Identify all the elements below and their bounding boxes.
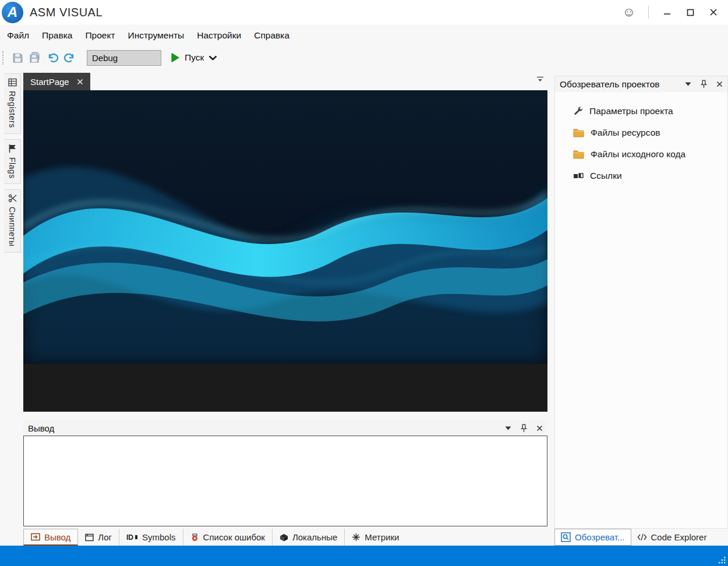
feedback-smiley-icon[interactable]: ☺ [623,6,635,19]
tree-item-label: Файлы ресурсов [591,128,660,138]
output-panel-title: Вывод [28,423,54,433]
status-bar [0,546,728,566]
tree-item-project-parameters[interactable]: Параметры проекта [555,100,727,122]
logo-letter: A [8,4,17,20]
references-icon [573,172,584,180]
title-bar: A ASM VISUAL ☺ [0,0,728,24]
tab-close-icon[interactable] [77,79,83,85]
tab-snippets[interactable]: Сниппеты [4,189,21,253]
bottom-tab-symbols-label: Symbols [142,532,176,542]
output-panel: Вывод [23,420,547,526]
app-logo: A [2,2,23,23]
chevron-down-icon[interactable] [208,55,217,61]
panel-close-icon[interactable] [536,425,543,431]
bottom-tab-output[interactable]: Вывод [23,529,78,546]
tree-item-source-files[interactable]: Файлы исходного кода [555,143,727,165]
tab-list-menu-icon[interactable] [536,76,544,82]
right-tab-strip: Обозреват... Code Explorer [554,529,728,546]
left-tool-rail: Registers Flags Сниппеты [0,73,22,544]
search-explorer-icon [561,532,571,542]
flag-icon [8,144,17,153]
panel-chevron-down-icon[interactable] [685,82,691,86]
project-tree: Параметры проекта Файлы ресурсов Файлы и… [555,92,727,186]
app-title: ASM VISUAL [30,6,103,19]
bottom-tab-symbols[interactable]: ID Symbols [119,529,183,546]
project-explorer-title: Обозреватель проектов [560,79,660,90]
undo-icon[interactable] [44,49,61,66]
run-button[interactable]: Пуск [171,52,217,63]
save-all-icon[interactable] [26,49,44,66]
tab-flags[interactable]: Flags [4,139,21,185]
metrics-icon [352,533,361,542]
tab-registers-label: Registers [8,91,17,128]
bottom-tab-strip: Вывод Лог ID Symbols Список ошибок Локал… [23,529,406,546]
folder-icon [573,128,584,137]
menu-tools[interactable]: Инструменты [122,30,191,41]
menu-help[interactable]: Справка [248,30,296,41]
bottom-tab-metrics-label: Метрики [365,532,399,542]
bottom-tab-log-label: Лог [98,532,112,542]
wrench-icon [573,106,583,116]
configuration-combobox[interactable]: Debug [87,50,161,66]
output-panel-header[interactable]: Вывод [23,420,547,436]
menu-bar: Файл Правка Проект Инструменты Настройки… [0,24,728,46]
menu-settings[interactable]: Настройки [190,30,248,41]
symbols-icon: ID [126,533,138,541]
tree-item-label: Ссылки [590,171,622,181]
panel-pin-icon[interactable] [701,80,707,89]
maximize-icon[interactable] [685,7,695,17]
error-list-icon [190,533,199,542]
editor-start-page[interactable] [23,90,547,412]
tab-registers[interactable]: Registers [4,73,21,134]
editor-tab-bar: StartPage [23,73,547,90]
configuration-value: Debug [92,53,118,63]
start-page-wave-artwork [23,90,547,364]
menu-project[interactable]: Проект [79,30,121,41]
bottom-tab-error-list-label: Список ошибок [203,532,265,542]
tab-snippets-label: Сниппеты [8,207,17,247]
menu-file[interactable]: Файл [0,30,36,41]
log-icon [85,533,94,542]
output-content[interactable] [23,436,547,526]
right-tab-code-explorer[interactable]: Code Explorer [631,529,713,546]
tab-startpage[interactable]: StartPage [23,73,90,90]
bottom-tab-output-label: Вывод [44,532,70,542]
titlebar-separator [648,6,649,19]
bottom-tab-error-list[interactable]: Список ошибок [183,529,273,546]
resize-grip[interactable] [718,556,726,564]
bottom-tab-locals[interactable]: Локальные [273,529,345,546]
right-tab-code-explorer-label: Code Explorer [651,532,707,542]
bottom-tab-log[interactable]: Лог [78,529,119,546]
app-window: A ASM VISUAL ☺ Файл Правка Проект Инстру… [0,0,728,566]
tree-item-label: Параметры проекта [589,106,673,116]
bottom-tab-metrics[interactable]: Метрики [345,529,406,546]
tab-flags-label: Flags [8,157,17,179]
close-icon[interactable] [708,7,719,17]
registers-icon [8,78,17,87]
tree-item-resource-files[interactable]: Файлы ресурсов [555,122,727,143]
folder-icon [573,150,584,159]
project-explorer-header[interactable]: Обозреватель проектов [555,76,727,92]
snippets-icon [8,194,17,203]
panel-chevron-down-icon[interactable] [505,426,511,430]
right-tab-explorer-label: Обозреват... [575,532,625,542]
panel-pin-icon[interactable] [521,424,527,433]
svg-text:ID: ID [126,533,133,541]
toolbar: Debug Пуск [0,46,728,69]
minimize-icon[interactable] [662,7,672,17]
tree-item-references[interactable]: Ссылки [555,165,727,186]
code-explorer-icon [637,533,647,542]
locals-icon [280,533,288,542]
right-tab-explorer[interactable]: Обозреват... [554,529,631,546]
tree-item-label: Файлы исходного кода [591,149,685,160]
output-icon [31,533,40,541]
bottom-tab-locals-label: Локальные [292,532,337,542]
panel-close-icon[interactable] [716,81,723,87]
save-icon[interactable] [9,49,26,66]
redo-icon[interactable] [61,49,79,66]
play-icon [171,52,180,63]
tab-startpage-label: StartPage [30,77,69,87]
menu-edit[interactable]: Правка [36,30,79,41]
run-label: Пуск [185,52,204,63]
toolbar-grip[interactable] [2,51,5,65]
